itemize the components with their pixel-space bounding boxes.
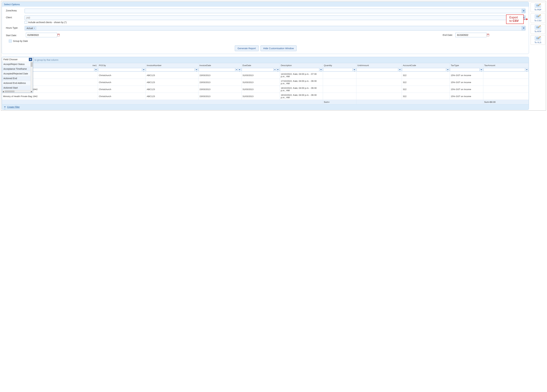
calendar-icon[interactable] (487, 33, 489, 37)
export-pdf-button[interactable]: To PDF (531, 2, 545, 12)
filter-icon[interactable] (446, 68, 449, 71)
start-date-label: Start Date: (6, 33, 25, 37)
table-cell: 17/10/2022, Kate, 04:00 p.m. - 06:30 p.m… (280, 79, 323, 86)
table-row[interactable]: ChristchurchABC12315/03/201331/03/201314… (2, 72, 529, 79)
filter-input[interactable] (450, 68, 479, 71)
filter-icon[interactable] (525, 68, 528, 71)
field-chooser-item[interactable]: Accepted/Rejected Date (2, 71, 33, 76)
column-header[interactable]: Description (280, 63, 323, 68)
filter-input[interactable] (98, 68, 142, 71)
filter-input[interactable] (280, 68, 319, 71)
hours-label: Hours Type: (6, 26, 25, 29)
table-cell (483, 93, 529, 100)
generate-report-button[interactable]: Generate Report (235, 45, 259, 51)
column-header[interactable]: TaxAmount (483, 63, 529, 68)
filter-input[interactable] (484, 68, 525, 71)
filter-icon[interactable] (195, 68, 198, 71)
close-icon[interactable]: ✕ (29, 58, 32, 61)
filter-input[interactable] (242, 68, 274, 71)
field-chooser-item[interactable]: Accept/Reject Status (2, 62, 33, 67)
filter-icon[interactable] (353, 68, 356, 71)
summary-row: Sum= Sum=$0.00 (2, 100, 529, 104)
table-cell (483, 86, 529, 93)
export-rtf-button[interactable]: To RTF (531, 24, 545, 34)
include-archived-checkbox[interactable] (25, 21, 27, 24)
table-cell: 322 (402, 79, 450, 86)
field-chooser-title: Field Chooser (3, 58, 18, 61)
include-archived-label: Include archived clients - shown by (*) (28, 21, 67, 24)
document-pencil-icon (535, 14, 541, 19)
field-chooser-item[interactable]: Actioned End Address (2, 81, 33, 86)
zone-combo[interactable] (25, 9, 526, 13)
chevron-down-icon[interactable] (235, 68, 238, 71)
filter-icon[interactable] (480, 68, 483, 71)
table-row[interactable]: Ministry of Health Private Bag 1942Chris… (2, 93, 529, 100)
column-header[interactable]: TaxType (450, 63, 483, 68)
hide-customisation-button[interactable]: Hide Customisation Window (260, 45, 297, 51)
table-cell: Christchurch (98, 86, 146, 93)
column-header[interactable]: Quantity (323, 63, 356, 68)
table-row[interactable]: Ministry of Health Private Bag 1942Chris… (2, 86, 529, 93)
table-cell: Christchurch (98, 93, 146, 100)
scrollbar-horizontal[interactable]: ◄ ► (2, 90, 33, 93)
create-filter-link[interactable]: Create Filter (7, 106, 20, 108)
end-date-label: End Date: (443, 34, 453, 36)
table-cell (356, 86, 402, 93)
scrollbar-vertical[interactable] (30, 62, 33, 90)
options-panel: Select Options Zone/Area: Client: (All) (2, 2, 529, 54)
column-header[interactable]: DueDate (241, 63, 280, 68)
zone-label: Zone/Area: (6, 9, 25, 12)
filter-icon[interactable] (320, 68, 322, 71)
table-cell: ABC123 (146, 93, 198, 100)
table-cell: ABC123 (146, 72, 198, 79)
table-cell: 322 (402, 86, 450, 93)
table-row[interactable]: Health 1942ChristchurchABC12315/03/20133… (2, 79, 529, 86)
document-pencil-icon (535, 25, 541, 30)
client-combo[interactable]: (All) Export to CSV (25, 15, 526, 20)
chevron-down-icon[interactable] (522, 9, 525, 13)
table-cell: Christchurch (98, 79, 146, 86)
filter-row (2, 68, 529, 72)
table-cell (323, 72, 356, 79)
hours-tag[interactable]: Actual ✕ (25, 27, 36, 30)
document-pencil-icon (535, 36, 541, 41)
column-header[interactable]: AccountCode (402, 63, 450, 68)
field-chooser-item[interactable]: Actioned Start (2, 86, 33, 90)
remove-tag-icon[interactable]: ✕ (34, 27, 35, 29)
table-cell (356, 72, 402, 79)
export-csv-button[interactable]: To CSV (531, 13, 545, 23)
field-chooser-item[interactable]: Actioned End (2, 76, 33, 81)
group-by-date-checkbox[interactable] (9, 40, 12, 42)
filter-icon[interactable] (95, 68, 97, 71)
column-header[interactable]: InvoiceDate (198, 63, 241, 68)
chevron-down-icon[interactable] (522, 26, 525, 30)
table-cell: Christchurch (98, 72, 146, 79)
export-xls-button[interactable]: To XLS (531, 35, 545, 45)
filter-input[interactable] (357, 68, 398, 71)
field-chooser-popup[interactable]: Field Chooser ✕ Accept/Reject Status Acc… (2, 57, 33, 93)
filter-icon[interactable] (238, 68, 241, 71)
field-chooser-list[interactable]: Accept/Reject Status Acceptance Timefram… (2, 62, 33, 90)
filter-icon[interactable] (398, 68, 401, 71)
group-panel[interactable]: to group by that column (2, 57, 529, 63)
end-date-input[interactable] (455, 33, 486, 37)
filter-input[interactable] (402, 68, 446, 71)
chevron-right-icon[interactable]: ► (30, 90, 33, 93)
column-header[interactable]: POCity (98, 63, 146, 68)
filter-icon (4, 106, 6, 108)
start-date-input[interactable] (26, 33, 57, 37)
data-grid: Field Chooser ✕ Accept/Reject Status Acc… (2, 57, 529, 110)
chevron-left-icon[interactable]: ◄ (2, 90, 4, 93)
field-chooser-item[interactable]: Acceptance Timeframe (2, 67, 33, 71)
filter-input[interactable] (146, 68, 195, 71)
filter-input[interactable] (323, 68, 353, 71)
calendar-icon[interactable] (57, 33, 60, 37)
chevron-down-icon[interactable] (274, 68, 276, 71)
column-header[interactable]: UnitAmount (356, 63, 402, 68)
hours-combo[interactable]: Actual ✕ (25, 26, 526, 30)
column-header[interactable]: InvoiceNumber (146, 63, 198, 68)
filter-input[interactable] (199, 68, 235, 71)
table-cell: 15/03/2013 (198, 93, 241, 100)
filter-icon[interactable] (142, 68, 145, 71)
filter-icon[interactable] (276, 68, 279, 71)
